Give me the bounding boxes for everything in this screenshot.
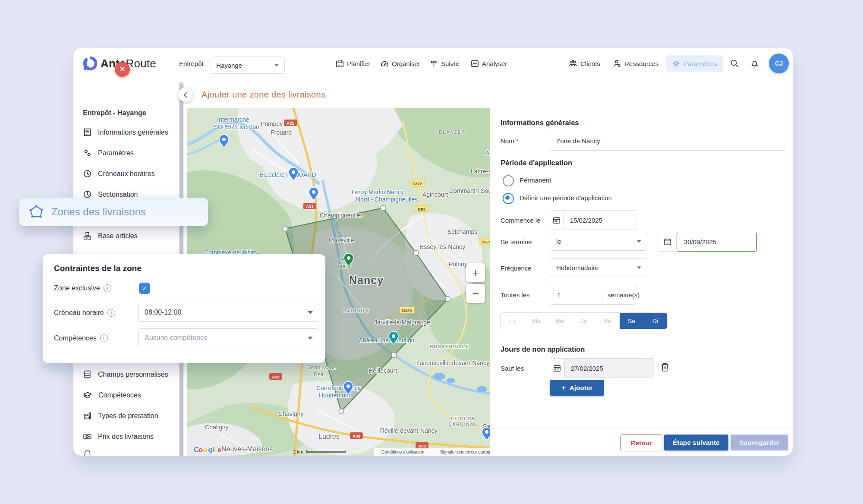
sauf-calendar-button[interactable] — [550, 359, 565, 378]
avatar[interactable]: CJ — [769, 54, 789, 73]
app-window: AntsRoute Entrepôt Hayange Planifier Org… — [73, 48, 793, 456]
section-informations-generales: Informations générales — [501, 119, 579, 127]
sidebar-item-informations-generales[interactable]: Informations générales — [83, 128, 168, 137]
delete-exception-button[interactable] — [660, 362, 670, 374]
creneau-horaire-select[interactable]: 08:00-12:00 — [138, 303, 319, 322]
radio-definir-label: Définir une période d'application — [520, 194, 612, 202]
svg-text:D322: D322 — [413, 181, 422, 186]
map-label: Chavigny — [278, 410, 303, 417]
retour-button[interactable]: Retour — [620, 435, 662, 451]
sidebar-item-base-articles[interactable]: Base articles — [83, 231, 138, 240]
sidebar-item-prix-des-livraisons[interactable]: Prix des livraisons — [83, 432, 154, 441]
zone-exclusive-checkbox[interactable]: ✓ — [139, 283, 150, 294]
polygon-vertex[interactable] — [391, 353, 397, 358]
day-button-Sa[interactable]: Sa — [620, 313, 643, 329]
map-zoom-out-button[interactable]: − — [466, 284, 485, 303]
sidebar-item-zones-des-livraisons-active[interactable]: Zones des livraisons — [19, 198, 208, 226]
sidebar-item-partial[interactable] — [83, 450, 92, 456]
warehouse-label: Entrepôt — [179, 60, 204, 67]
nav-clients[interactable]: Clients — [569, 48, 600, 79]
sauvegarder-button[interactable]: Sauvegarder — [731, 435, 788, 450]
info-icon[interactable]: i — [100, 334, 108, 342]
frequence-value: Hebdomadaire — [556, 264, 598, 271]
etape-suivante-button[interactable]: Étape suivante — [664, 435, 728, 450]
day-button-Ma[interactable]: Ma — [524, 313, 548, 329]
sidebar-item-parametres[interactable]: Paramètres — [83, 148, 134, 158]
nav-parametres[interactable]: Paramètres — [666, 55, 723, 72]
commence-date-input[interactable] — [564, 217, 636, 224]
map-label: LE CLOS — [451, 416, 476, 421]
toutes-input[interactable] — [550, 285, 602, 304]
termine-date-input[interactable] — [677, 238, 756, 246]
weekday-selector: LuMaMeJeVeSaDi — [500, 312, 668, 329]
nav-suivre[interactable]: Suivre — [430, 48, 460, 79]
map-label: Nord - Champigneulles — [356, 196, 418, 203]
map-label: Seichamps — [447, 228, 477, 235]
polygon-vertex[interactable] — [339, 409, 344, 414]
polygon-vertex[interactable] — [413, 250, 419, 255]
polygon-vertex[interactable] — [445, 296, 450, 302]
day-button-Ve[interactable]: Ve — [596, 313, 620, 329]
bell-icon — [750, 59, 759, 68]
sauf-label: Sauf les — [501, 365, 524, 372]
warehouse-value: Hayange — [216, 62, 242, 69]
nav-ressources[interactable]: Ressources — [613, 48, 658, 79]
sidebar-item-competences[interactable]: Compétences — [83, 391, 141, 400]
radio-definir-periode[interactable] — [503, 193, 514, 204]
commence-calendar-button[interactable] — [550, 211, 564, 230]
sidebar-item-types-de-prestation[interactable]: Types de prestation — [83, 411, 158, 420]
map-label: Jarville-la-Malgrange — [374, 319, 430, 326]
competences-placeholder: Aucune compétence — [145, 334, 208, 342]
termine-calendar-button[interactable] — [658, 232, 677, 252]
map-label: Neuves-Maisons — [221, 445, 273, 453]
map-scale-label: 2 km — [293, 449, 303, 454]
warehouse-select[interactable]: Hayange — [211, 57, 285, 74]
nav-planifier[interactable]: Planifier — [336, 48, 370, 79]
svg-text:l: l — [213, 446, 215, 454]
polygon-vertex[interactable] — [381, 205, 386, 211]
nav-organiser[interactable]: Organiser — [381, 48, 420, 79]
info-icon[interactable]: i — [104, 284, 111, 292]
nav-analyser[interactable]: Analyser — [471, 48, 507, 79]
nom-input-box — [549, 131, 786, 151]
sidebar-item-label: Champs personnalisés — [98, 371, 168, 378]
calendar-icon — [336, 60, 344, 68]
radio-permanent[interactable] — [503, 175, 514, 186]
map-attribution[interactable]: Conditions d'utilisation — [381, 450, 424, 454]
frequence-select[interactable]: Hebdomadaire — [550, 258, 648, 277]
notifications-button[interactable] — [750, 48, 759, 79]
day-button-Lu[interactable]: Lu — [501, 313, 524, 329]
page-title: Ajouter une zone des livraisons — [202, 90, 325, 100]
zone-polygon-icon — [29, 205, 44, 219]
chevron-down-icon — [308, 311, 313, 314]
map-zoom-in-button[interactable]: + — [466, 263, 485, 282]
svg-text:o: o — [198, 446, 203, 454]
competences-select[interactable]: Aucune compétence — [138, 328, 319, 347]
day-button-Je[interactable]: Je — [572, 313, 595, 329]
sidebar-item-creneaux-horaires[interactable]: Créneaux horaires — [83, 169, 155, 178]
polygon-vertex[interactable] — [283, 226, 288, 231]
sauf-date-input[interactable] — [565, 359, 654, 378]
search-button[interactable] — [730, 48, 739, 79]
banknote-icon — [83, 432, 92, 441]
day-button-Me[interactable]: Me — [548, 313, 572, 329]
map-close-button[interactable]: ✕ — [115, 62, 130, 77]
map-label: Laître-sous-Amance — [471, 168, 490, 175]
map-label: Carrefour Nancy — [316, 384, 361, 391]
users-icon — [569, 59, 577, 68]
nom-input[interactable] — [549, 137, 786, 145]
rows-icon — [83, 370, 92, 379]
section-jours-non-application: Jours de non application — [501, 345, 585, 353]
map-label: Essey-lès-Nancy — [420, 243, 465, 250]
back-button[interactable] — [178, 88, 192, 102]
day-button-Di[interactable]: Di — [643, 313, 667, 329]
toutes-group: semaine(s) — [550, 285, 636, 305]
info-icon[interactable]: i — [107, 309, 115, 317]
map-label: Intermarché — [217, 116, 249, 123]
sidebar-item-champs-personnalises[interactable]: Champs personnalisés — [83, 370, 168, 379]
map-label: Agincourt — [422, 191, 448, 198]
map-attribution[interactable]: Signaler une erreur cartographique — [440, 450, 490, 454]
termine-mode-select[interactable]: le — [550, 232, 648, 251]
ajouter-button[interactable]: + Ajouter — [550, 380, 604, 396]
map-label: SAURUPT — [343, 308, 370, 313]
